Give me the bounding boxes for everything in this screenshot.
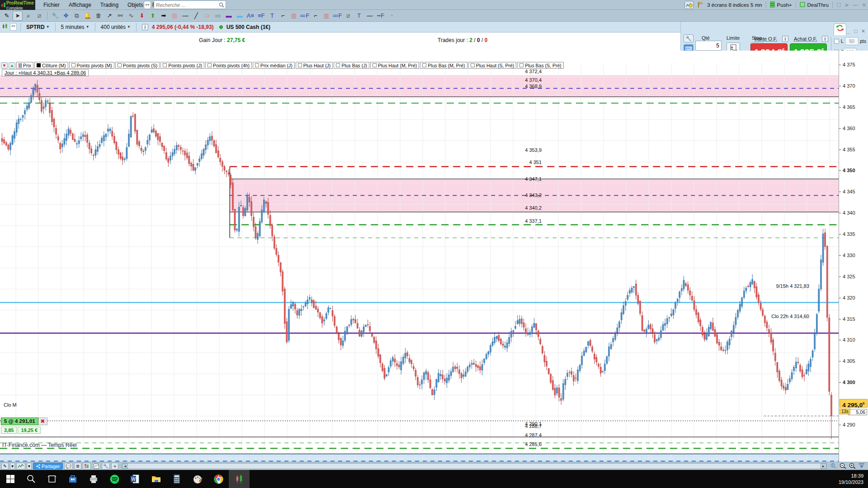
panel-window-controls[interactable]: _ □ × xyxy=(847,28,866,34)
zoom-out-icon[interactable] xyxy=(840,463,846,470)
order-settings-wrench-icon[interactable]: 🔧 xyxy=(684,34,693,42)
dashed-f-icon[interactable]: ╍F xyxy=(376,11,386,21)
printer-icon[interactable] xyxy=(83,470,104,488)
zoom-fit-icon[interactable] xyxy=(830,463,837,470)
hline-icon[interactable]: — xyxy=(180,11,190,21)
prorealtime-taskbar-icon[interactable] xyxy=(229,470,250,488)
close-position-icon[interactable]: ✖ xyxy=(38,418,47,425)
units-dropdown[interactable]: 400 unités▼ xyxy=(99,23,132,31)
fibo-ext-icon[interactable]: ≕F xyxy=(332,11,342,21)
draw-tool-dropdown-icon[interactable]: ▾ xyxy=(10,463,15,469)
settings-wrench-icon[interactable]: 🔧 xyxy=(50,11,60,21)
ellipse-icon[interactable]: ⬭ xyxy=(202,11,212,21)
channel3-icon[interactable]: ⌐ xyxy=(311,11,321,21)
tab-plus-bas-m-pre[interactable]: Plus Bas (M, Pré) xyxy=(420,62,467,69)
ruler-tool-icon[interactable]: ⧄ xyxy=(34,11,44,21)
move-cross-icon[interactable]: ✥ xyxy=(61,11,71,21)
link-chart-icon[interactable]: ⚯ xyxy=(10,23,17,31)
link-objects-icon[interactable]: ⚯ xyxy=(115,11,125,21)
ruler2-icon[interactable]: ⧄ xyxy=(343,11,353,21)
spotify-icon[interactable] xyxy=(104,470,125,488)
buy-info-icon[interactable]: i xyxy=(822,36,828,42)
draw-tool-icon[interactable]: ✎ xyxy=(1,463,9,469)
minimize-icon[interactable]: — xyxy=(852,2,859,8)
refresh-orders-icon[interactable] xyxy=(834,23,846,35)
orderbook-icon[interactable] xyxy=(83,463,91,469)
chart-pencil-icon[interactable] xyxy=(684,1,693,9)
tab-prix[interactable]: Prix xyxy=(16,62,33,69)
candlestick-view-icon[interactable] xyxy=(2,23,8,31)
chart-style-icon[interactable] xyxy=(16,463,25,469)
rectangle-icon[interactable]: ▭ xyxy=(213,11,223,21)
flag-icon[interactable] xyxy=(696,1,705,9)
indicator-move-down-icon[interactable]: ▼ xyxy=(1,62,8,69)
limit-checkbox[interactable] xyxy=(834,39,839,44)
scroll-right-icon[interactable]: ▶ xyxy=(821,464,826,469)
scroll-left-icon[interactable]: ◀ xyxy=(122,464,128,469)
close-icon[interactable]: ✕ xyxy=(861,2,867,8)
alert-bell-icon[interactable]: 🔔 xyxy=(83,11,93,21)
timeframe-dropdown[interactable]: 5 minutes▼ xyxy=(59,23,91,31)
menu-affichage[interactable]: Affichage xyxy=(64,0,96,10)
share-button[interactable]: Partager xyxy=(33,463,63,469)
limit-points-input[interactable]: 50 xyxy=(845,37,859,45)
channel-pink-icon[interactable]: ▤ xyxy=(170,11,179,21)
chat-icon[interactable]: 💬 xyxy=(64,463,72,469)
purple-line-icon[interactable]: ▬ xyxy=(224,11,234,21)
horizontal-scrollbar[interactable]: ◀ ▶ xyxy=(122,463,827,469)
workspace-name[interactable]: 3 écrans 8 indices 5 mn xyxy=(707,2,762,8)
tab-points-pivots-m[interactable]: Points pivots (M) xyxy=(69,62,114,69)
link-icon[interactable]: ⚯ xyxy=(144,1,151,9)
collapse-icon[interactable]: « xyxy=(111,463,118,469)
search-input[interactable] xyxy=(154,1,217,9)
indicator-checkbox[interactable] xyxy=(519,63,524,67)
indicator-checkbox[interactable] xyxy=(255,63,259,67)
dealthru-button[interactable]: DealThru xyxy=(807,2,829,8)
columns-icon[interactable] xyxy=(859,463,865,470)
zoom-in-icon[interactable] xyxy=(849,463,856,470)
price-axis[interactable]: 4 295,06 13s 5,06 4 3754 3704 3654 3604 … xyxy=(839,51,868,462)
tab-points-pivots-s[interactable]: Points pivots (S) xyxy=(115,62,160,69)
tab-prix-median-j[interactable]: Prix médian (J) xyxy=(253,62,295,69)
news-document-icon[interactable]: ≣ xyxy=(74,463,81,469)
indicator-checkbox[interactable] xyxy=(422,63,426,67)
search-icon[interactable] xyxy=(219,2,224,8)
text-icon[interactable]: T xyxy=(267,11,277,21)
taskbar-search-icon[interactable] xyxy=(21,470,42,488)
chart-plot-area[interactable]: ▼▲PrixClôture (M)Points pivots (M)Points… xyxy=(0,51,839,462)
trendline-icon[interactable]: ╱ xyxy=(191,11,201,21)
chart-window-icon[interactable] xyxy=(92,463,100,469)
semilog-icon[interactable]: ∿ xyxy=(126,11,136,21)
tab-plus-haut-j[interactable]: Plus Haut (J) xyxy=(296,62,333,69)
indicator-checkbox[interactable] xyxy=(71,63,75,67)
chart-style-dropdown-icon[interactable]: ▾ xyxy=(27,463,32,469)
instrument-dropdown[interactable]: SPTRD▼ xyxy=(24,23,52,31)
menu-fichier[interactable]: Fichier xyxy=(39,0,64,10)
tab-points-pivots-j[interactable]: Points pivots (J) xyxy=(160,62,204,69)
tab-points-pivots-4h[interactable]: Points pivots (4h) xyxy=(205,62,252,69)
indicator-checkbox[interactable] xyxy=(471,63,475,67)
fibo-fan-icon[interactable]: ≔F xyxy=(300,11,310,21)
colorwheel-icon[interactable]: ◔ xyxy=(387,11,396,21)
fibonacci-icon[interactable]: ≡F xyxy=(256,11,266,21)
file-explorer-icon[interactable] xyxy=(146,470,166,488)
filled-square-icon[interactable] xyxy=(37,63,41,67)
indicator-checkbox[interactable] xyxy=(208,63,212,67)
annotate-lines-icon[interactable]: A≡ xyxy=(245,11,255,21)
tab-plus-bas-j[interactable]: Plus Bas (J) xyxy=(334,62,369,69)
word-icon[interactable]: W xyxy=(125,470,146,488)
push-button[interactable]: Push+ xyxy=(777,2,792,8)
calculator-icon[interactable] xyxy=(166,470,187,488)
channel4-icon[interactable]: ▥ xyxy=(321,11,331,21)
menu-trading[interactable]: Trading xyxy=(96,0,123,10)
qty-input[interactable] xyxy=(695,41,722,51)
info-icon[interactable]: i xyxy=(142,24,148,30)
ms-store-icon[interactable] xyxy=(62,470,83,488)
order-arrow-icon[interactable]: ➡ xyxy=(159,11,169,21)
cursor-tool-icon[interactable]: ➤ xyxy=(13,11,23,21)
start-button[interactable] xyxy=(0,470,21,488)
line2-icon[interactable]: — xyxy=(365,11,375,21)
tab-clôture-m[interactable]: Clôture (M) xyxy=(34,62,68,69)
settings-icon[interactable]: ⛶ xyxy=(836,2,842,8)
workspace-settings-icon[interactable]: 🔧 xyxy=(102,463,110,469)
